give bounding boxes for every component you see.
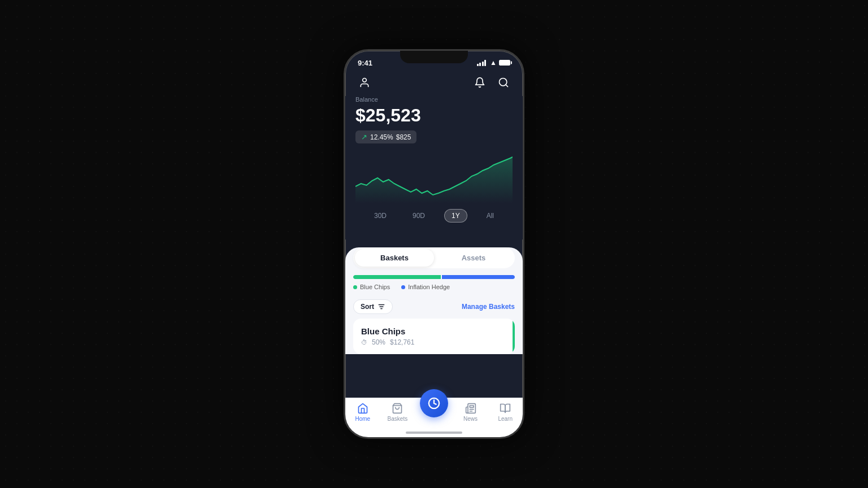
- basket-meta: ⏱ 50% $12,761: [361, 338, 507, 346]
- basket-card-blue-chips: Blue Chips ⏱ 50% $12,761: [353, 319, 515, 354]
- filter-1y[interactable]: 1Y: [444, 209, 467, 223]
- change-percent: 12.45%: [370, 133, 393, 141]
- change-amount: $825: [396, 133, 411, 141]
- basket-accent: [513, 319, 515, 354]
- clock-icon: ⏱: [361, 339, 367, 346]
- balance-amount: $25,523: [355, 105, 513, 126]
- invest-icon: [428, 397, 440, 409]
- nav-home[interactable]: Home: [350, 403, 375, 422]
- learn-icon: [500, 403, 511, 414]
- home-indicator: [406, 432, 462, 434]
- nav-news-label: News: [463, 416, 478, 422]
- nav-home-label: Home: [355, 416, 370, 422]
- price-chart: [355, 152, 513, 203]
- basket-amount: $12,761: [390, 338, 414, 346]
- news-icon: [465, 403, 476, 414]
- inflation-hedge-label: Inflation Hedge: [408, 284, 450, 290]
- allocation-section: Blue Chips Inflation Hedge: [345, 268, 523, 294]
- filter-30d[interactable]: 30D: [367, 210, 393, 222]
- balance-label: Balance: [355, 96, 513, 103]
- balance-section: Balance $25,523 ↗ 12.45% $825: [345, 96, 523, 239]
- balance-badge: ↗ 12.45% $825: [355, 130, 416, 143]
- inflation-hedge-dot: [401, 285, 405, 289]
- baskets-icon: [392, 403, 403, 414]
- svg-point-0: [363, 79, 367, 82]
- nav-baskets-label: Baskets: [388, 416, 408, 422]
- tab-baskets[interactable]: Baskets: [355, 249, 434, 267]
- legend-blue-chips: Blue Chips: [353, 284, 390, 290]
- sort-button[interactable]: Sort: [353, 299, 393, 314]
- nav-fab-button[interactable]: [420, 389, 448, 417]
- filter-90d[interactable]: 90D: [406, 210, 432, 222]
- trend-arrow-icon: ↗: [361, 133, 367, 141]
- nav-news[interactable]: News: [458, 403, 483, 422]
- inflation-hedge-bar: [442, 275, 515, 279]
- nav-learn[interactable]: Learn: [493, 403, 518, 422]
- allocation-bar: [353, 275, 515, 279]
- tab-assets[interactable]: Assets: [434, 249, 513, 267]
- chart-fill: [355, 157, 513, 203]
- signal-icon: [477, 59, 487, 66]
- app-header: [345, 71, 523, 96]
- manage-baskets-link[interactable]: Manage Baskets: [462, 303, 515, 311]
- battery-icon: [499, 60, 510, 66]
- sort-row: Sort Manage Baskets: [345, 294, 523, 319]
- wifi-icon: ▲: [490, 59, 497, 67]
- blue-chips-label: Blue Chips: [360, 284, 390, 290]
- home-icon: [357, 403, 368, 414]
- chart-area: [355, 152, 513, 203]
- nav-baskets[interactable]: Baskets: [385, 403, 410, 422]
- profile-button[interactable]: [355, 73, 374, 91]
- phone-frame: 9:41 ▲: [344, 49, 524, 439]
- search-button[interactable]: [494, 73, 513, 91]
- white-section: Baskets Assets Blue Chips Inflation He: [345, 247, 523, 354]
- nav-fab-container: [420, 389, 448, 417]
- status-time: 9:41: [358, 59, 372, 67]
- nav-learn-label: Learn: [498, 416, 513, 422]
- basket-percent: 50%: [372, 338, 385, 346]
- time-filter: 30D 90D 1Y All: [355, 209, 513, 230]
- tab-bar: Baskets Assets: [353, 247, 515, 268]
- notch: [400, 51, 468, 63]
- legend-inflation-hedge: Inflation Hedge: [401, 284, 450, 290]
- sort-icon: [377, 303, 385, 311]
- phone-body: 9:41 ▲: [344, 49, 524, 439]
- blue-chips-bar: [353, 275, 441, 279]
- allocation-legend: Blue Chips Inflation Hedge: [353, 284, 515, 290]
- filter-all[interactable]: All: [480, 210, 501, 222]
- status-icons: ▲: [477, 59, 510, 67]
- notification-button[interactable]: [471, 73, 489, 91]
- sort-label: Sort: [361, 303, 374, 311]
- blue-chips-dot: [353, 285, 357, 289]
- basket-title: Blue Chips: [361, 326, 507, 336]
- header-actions: [471, 73, 513, 91]
